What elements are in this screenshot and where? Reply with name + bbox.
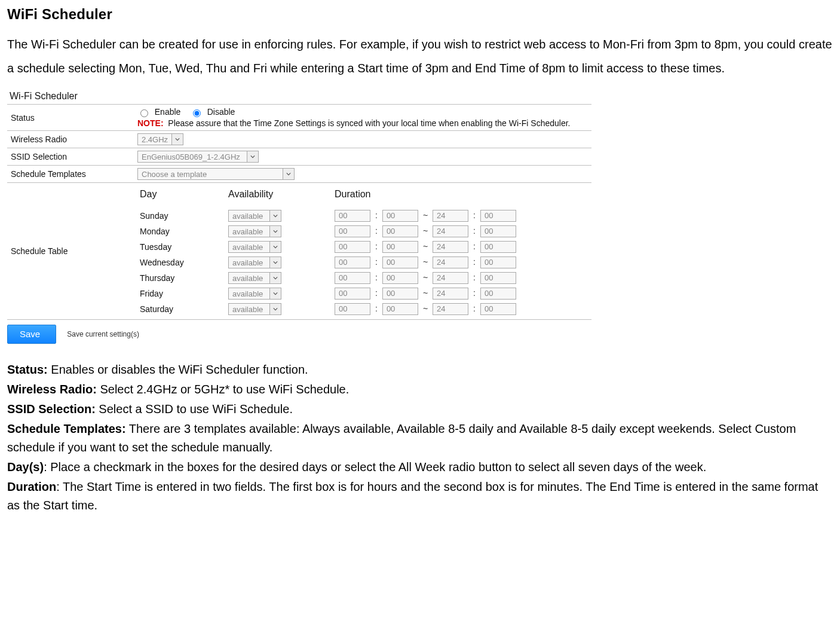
colon-separator: : bbox=[468, 226, 480, 236]
wireless-radio-value: 2.4GHz bbox=[138, 134, 171, 145]
colon-separator: : bbox=[468, 257, 480, 267]
end-hour-input[interactable]: 24 bbox=[433, 225, 468, 237]
status-disable-radio[interactable] bbox=[193, 109, 201, 117]
end-hour-input[interactable]: 24 bbox=[433, 256, 468, 268]
end-min-input[interactable]: 00 bbox=[480, 241, 516, 253]
status-enable-radio[interactable] bbox=[140, 109, 148, 117]
day-name: Sunday bbox=[137, 208, 226, 224]
colon-separator: : bbox=[370, 226, 382, 236]
chevron-down-icon bbox=[269, 288, 281, 299]
chevron-down-icon bbox=[269, 257, 281, 268]
start-min-input[interactable]: 00 bbox=[382, 272, 418, 284]
availability-select[interactable]: available bbox=[228, 303, 281, 315]
chevron-down-icon bbox=[269, 226, 281, 237]
intro-paragraph: The Wi-Fi Scheduler can be created for u… bbox=[7, 32, 833, 80]
end-hour-input[interactable]: 24 bbox=[433, 288, 468, 300]
availability-select[interactable]: available bbox=[228, 241, 281, 253]
save-button[interactable]: Save bbox=[7, 325, 56, 344]
end-min-input[interactable]: 00 bbox=[480, 210, 516, 222]
definition-text: Select 2.4GHz or 5GHz* to use WiFi Sched… bbox=[97, 383, 349, 396]
start-hour-input[interactable]: 00 bbox=[335, 288, 370, 300]
availability-value: available bbox=[229, 242, 269, 252]
status-enable-option[interactable]: Enable bbox=[137, 107, 180, 117]
start-hour-input[interactable]: 00 bbox=[335, 241, 370, 253]
tilde-separator: ~ bbox=[418, 210, 433, 220]
ssid-selection-label: SSID Selection bbox=[7, 148, 134, 166]
start-hour-input[interactable]: 00 bbox=[335, 210, 370, 222]
day-name: Tuesday bbox=[137, 239, 226, 255]
templates-select[interactable]: Choose a template bbox=[137, 168, 295, 180]
definition-item: Status: Enables or disables the WiFi Sch… bbox=[7, 361, 833, 379]
form-table: Status Enable Disable NOTE: Please assur… bbox=[7, 104, 591, 320]
chevron-down-icon bbox=[269, 273, 281, 283]
definition-item: Wireless Radio: Select 2.4GHz or 5GHz* t… bbox=[7, 380, 833, 399]
panel-header: Wi-Fi Scheduler bbox=[7, 91, 591, 104]
tilde-separator: ~ bbox=[418, 226, 433, 236]
end-min-input[interactable]: 00 bbox=[480, 272, 516, 284]
definition-item: Schedule Templates: There are 3 template… bbox=[7, 420, 833, 457]
wireless-radio-select[interactable]: 2.4GHz bbox=[137, 133, 183, 145]
colon-separator: : bbox=[370, 288, 382, 298]
colon-separator: : bbox=[370, 210, 382, 220]
note-text: Please assure that the Time Zone Setting… bbox=[168, 118, 570, 128]
end-hour-input[interactable]: 24 bbox=[433, 210, 468, 222]
end-min-input[interactable]: 00 bbox=[480, 303, 516, 315]
note-label: NOTE: bbox=[137, 118, 164, 128]
end-hour-input[interactable]: 24 bbox=[433, 272, 468, 284]
start-min-input[interactable]: 00 bbox=[382, 241, 418, 253]
colon-separator: : bbox=[468, 304, 480, 313]
availability-select[interactable]: available bbox=[228, 256, 281, 268]
definition-term: Day(s) bbox=[7, 460, 44, 474]
ssid-select[interactable]: EnGenius05B069_1-2.4GHz bbox=[137, 151, 259, 163]
start-min-input[interactable]: 00 bbox=[382, 256, 418, 268]
start-hour-input[interactable]: 00 bbox=[335, 256, 370, 268]
availability-select[interactable]: available bbox=[228, 225, 281, 237]
schedule-table: Day Availability Duration Sundayavailabl… bbox=[137, 185, 588, 317]
page-title: WiFi Scheduler bbox=[7, 6, 833, 23]
availability-value: available bbox=[229, 273, 269, 283]
start-min-input[interactable]: 00 bbox=[382, 303, 418, 315]
table-row: Wednesdayavailable00:00~24:00 bbox=[137, 255, 588, 270]
definition-term: Schedule Templates: bbox=[7, 422, 126, 435]
table-row: Thursdayavailable00:00~24:00 bbox=[137, 270, 588, 286]
colon-separator: : bbox=[468, 242, 480, 251]
chevron-down-icon bbox=[283, 169, 294, 179]
status-disable-option[interactable]: Disable bbox=[190, 107, 235, 117]
templates-label: Schedule Templates bbox=[7, 166, 134, 183]
availability-select[interactable]: available bbox=[228, 210, 281, 222]
start-min-input[interactable]: 00 bbox=[382, 288, 418, 300]
colon-separator: : bbox=[370, 304, 382, 313]
table-row: Mondayavailable00:00~24:00 bbox=[137, 224, 588, 239]
availability-select[interactable]: available bbox=[228, 288, 281, 300]
start-hour-input[interactable]: 00 bbox=[335, 303, 370, 315]
tilde-separator: ~ bbox=[418, 288, 433, 298]
tilde-separator: ~ bbox=[418, 304, 433, 313]
wireless-radio-label: Wireless Radio bbox=[7, 131, 134, 148]
templates-value: Choose a template bbox=[138, 169, 283, 179]
colon-separator: : bbox=[468, 210, 480, 220]
end-min-input[interactable]: 00 bbox=[480, 225, 516, 237]
availability-value: available bbox=[229, 304, 269, 314]
tilde-separator: ~ bbox=[418, 273, 433, 282]
start-hour-input[interactable]: 00 bbox=[335, 272, 370, 284]
definition-term: Status: bbox=[7, 363, 48, 376]
disable-text: Disable bbox=[207, 107, 235, 117]
ssid-value: EnGenius05B069_1-2.4GHz bbox=[138, 151, 247, 162]
tilde-separator: ~ bbox=[418, 257, 433, 267]
end-min-input[interactable]: 00 bbox=[480, 256, 516, 268]
start-min-input[interactable]: 00 bbox=[382, 210, 418, 222]
definition-text: Enables or disables the WiFi Scheduler f… bbox=[48, 363, 308, 376]
save-description: Save current setting(s) bbox=[67, 330, 139, 338]
definition-term: SSID Selection: bbox=[7, 402, 96, 416]
definition-term: Wireless Radio: bbox=[7, 383, 97, 396]
status-note: NOTE: Please assure that the Time Zone S… bbox=[137, 118, 588, 128]
col-duration: Duration bbox=[332, 185, 588, 208]
scheduler-panel: Wi-Fi Scheduler Status Enable Disable NO… bbox=[7, 91, 591, 344]
table-row: Saturdayavailable00:00~24:00 bbox=[137, 301, 588, 317]
start-hour-input[interactable]: 00 bbox=[335, 225, 370, 237]
end-hour-input[interactable]: 24 bbox=[433, 241, 468, 253]
availability-select[interactable]: available bbox=[228, 272, 281, 284]
start-min-input[interactable]: 00 bbox=[382, 225, 418, 237]
end-min-input[interactable]: 00 bbox=[480, 288, 516, 300]
end-hour-input[interactable]: 24 bbox=[433, 303, 468, 315]
